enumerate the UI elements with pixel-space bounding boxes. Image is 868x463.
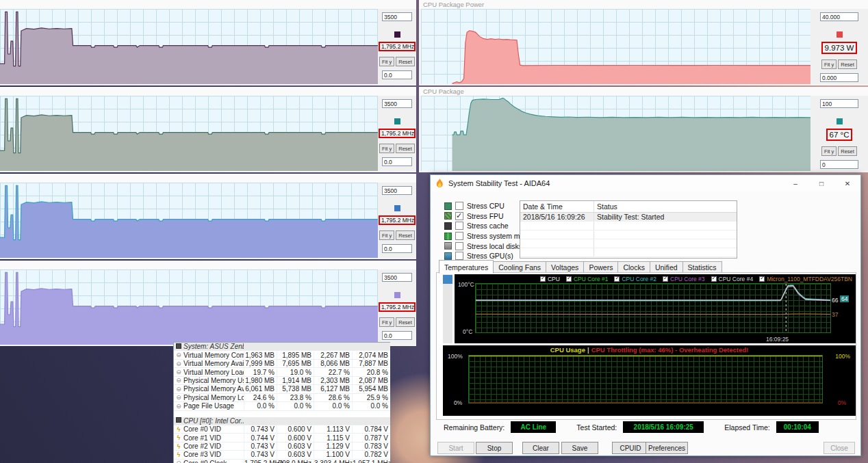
- stats-value: 2,267 MB: [314, 352, 352, 359]
- reset-button[interactable]: Reset: [396, 230, 415, 240]
- stats-section-cpu-0-intel-cor: CPU [#0]: Intel Cor...: [174, 417, 390, 425]
- series-marker: [394, 292, 400, 298]
- clear-button[interactable]: Clear: [522, 442, 559, 454]
- stats-value: 19.7 %: [244, 369, 277, 376]
- fit-y-button[interactable]: Fit y: [821, 146, 837, 156]
- checkbox-stress-system-memory[interactable]: [455, 232, 463, 240]
- checkbox-stress-local-disks[interactable]: [455, 242, 463, 250]
- log-cell: [520, 222, 594, 230]
- cpu-usage-graph-panel: CPU Usage|CPU Throttling (max: 46%) - Ov…: [443, 345, 856, 416]
- usage-right-max: 100%: [835, 353, 850, 360]
- panel-titlebar: [0, 87, 416, 96]
- axis-min-input[interactable]: [820, 73, 858, 82]
- fit-y-button[interactable]: Fit y: [821, 59, 837, 69]
- legend-item-cpu-core-3: CPU Core #3: [663, 276, 705, 282]
- checkbox-stress-fpu[interactable]: [455, 212, 463, 220]
- save-button[interactable]: Save: [561, 442, 598, 454]
- stats-value: 1,914 MB: [277, 377, 314, 384]
- stats-row-label: Virtual Memory Avai...: [183, 360, 244, 367]
- axis-max-input[interactable]: [382, 12, 412, 21]
- window-titlebar[interactable]: System Stability Test - AIDA64 –□✕: [431, 175, 860, 191]
- legend-item-micron-1100-mtfddav256tbn: Micron_1100_MTFDDAV256TBN: [759, 276, 852, 282]
- tab-temperatures[interactable]: Temperatures: [439, 260, 494, 274]
- temperature-graph-panel: CPUCPU Core #1CPU Core #2CPU Core #3CPU …: [455, 274, 856, 343]
- stats-section-label: System: ASUS ZenB...: [183, 343, 244, 350]
- legend-checkbox[interactable]: [711, 276, 717, 282]
- stats-value: 28.6 %: [314, 394, 352, 401]
- log-cell: [594, 239, 737, 248]
- stats-value: 0.744 V: [244, 434, 277, 442]
- reset-button[interactable]: Reset: [838, 146, 857, 156]
- legend-label: CPU Core #2: [622, 276, 656, 282]
- cpuid-button[interactable]: CPUID: [612, 442, 649, 454]
- fit-y-button[interactable]: Fit y: [379, 230, 394, 240]
- current-value-badge: 1,795.2 MHz: [379, 129, 416, 138]
- gauge-icon: ⊖: [174, 360, 183, 367]
- usage-title-text: CPU Usage: [550, 346, 585, 354]
- panel-title: CPU Package Power: [419, 0, 868, 9]
- reset-button[interactable]: Reset: [396, 317, 415, 327]
- maximize-button[interactable]: □: [808, 175, 834, 191]
- legend-checkbox[interactable]: [540, 276, 546, 282]
- axis-max-input[interactable]: [820, 12, 858, 21]
- preferences-button[interactable]: Preferences: [646, 442, 688, 454]
- axis-max-input[interactable]: [382, 99, 412, 108]
- axis-max-input[interactable]: [820, 99, 858, 108]
- reset-button[interactable]: Reset: [396, 144, 415, 153]
- fit-y-button[interactable]: Fit y: [379, 144, 394, 153]
- legend-item-cpu-core-4: CPU Core #4: [711, 276, 754, 282]
- legend-item-cpu-core-2: CPU Core #2: [614, 276, 656, 282]
- axis-min-input[interactable]: [382, 157, 412, 166]
- vertical-scrollbar[interactable]: [443, 274, 452, 343]
- stats-row-label: Core #3 VID: [183, 451, 244, 458]
- y-axis-min-label: 0°C: [463, 328, 472, 335]
- close-button: Close: [824, 442, 855, 454]
- title-separator: |: [585, 346, 591, 354]
- usage-left-max: 100%: [448, 353, 463, 360]
- usage-right-min: 0%: [838, 399, 846, 406]
- axis-min-input[interactable]: [382, 244, 412, 253]
- panel-titlebar: [0, 0, 416, 9]
- legend-label: CPU Core #3: [670, 276, 705, 282]
- stats-value: 0.603 V: [277, 442, 314, 450]
- reset-button[interactable]: Reset: [838, 59, 857, 69]
- axis-min-input[interactable]: [382, 70, 412, 79]
- scrollbar-thumb[interactable]: [443, 275, 452, 284]
- stability-test-window: System Stability Test - AIDA64 –□✕ Stres…: [430, 174, 861, 456]
- axis-max-input[interactable]: [382, 186, 412, 195]
- fit-y-button[interactable]: Fit y: [379, 57, 394, 66]
- checkbox-stress-cpu[interactable]: [455, 202, 463, 210]
- stats-row-label: Physical Memory Used: [183, 377, 244, 384]
- current-value-badge: 1,795.2 MHz: [379, 215, 416, 225]
- core2-clock-chart: [0, 183, 378, 258]
- legend-checkbox[interactable]: [663, 276, 668, 282]
- usage-graph-title: CPU Usage|CPU Throttling (max: 46%) - Ov…: [443, 346, 856, 354]
- stats-row-core-2-vid: ϟCore #2 VID0.743 V0.603 V1.129 V0.783 V: [174, 442, 390, 451]
- log-column-status: Status: [594, 201, 737, 212]
- stop-button[interactable]: Stop: [476, 442, 513, 454]
- fit-y-button[interactable]: Fit y: [379, 317, 394, 327]
- reset-button[interactable]: Reset: [396, 57, 415, 66]
- stress-item-label: Stress CPU: [467, 202, 505, 210]
- legend-checkbox[interactable]: [759, 276, 765, 282]
- stats-value: 1.129 V: [314, 442, 352, 450]
- axis-min-input[interactable]: [382, 331, 412, 340]
- cpu-chip-icon: [444, 202, 452, 210]
- stats-row-core-3-vid: ϟCore #3 VID0.743 V0.603 V1.100 V0.782 V: [174, 451, 390, 459]
- monitor-panel-core0: 1,795.2 MHz Fit yReset: [0, 0, 416, 85]
- stats-section-label: CPU [#0]: Intel Cor...: [183, 417, 244, 425]
- checkbox-stress-cache[interactable]: [455, 222, 463, 230]
- stats-row-virtual-memory-load: ⊖Virtual Memory Load19.7 %19.0 %22.7 %20…: [174, 368, 390, 376]
- stats-row-label: Core #2 VID: [183, 442, 244, 450]
- status-label-elapsed-time: Elapsed Time:: [724, 423, 770, 432]
- status-label-test-started: Test Started:: [576, 423, 617, 432]
- close-button[interactable]: ✕: [834, 175, 860, 191]
- bolt-icon: ϟ: [174, 434, 183, 441]
- checkbox-stress-gpu-s[interactable]: [455, 252, 463, 260]
- legend-checkbox[interactable]: [614, 276, 620, 282]
- axis-min-input[interactable]: [820, 160, 858, 169]
- minimize-button[interactable]: –: [782, 175, 808, 191]
- log-row-empty: [520, 239, 737, 248]
- axis-max-input[interactable]: [382, 273, 412, 282]
- legend-checkbox[interactable]: [566, 276, 572, 282]
